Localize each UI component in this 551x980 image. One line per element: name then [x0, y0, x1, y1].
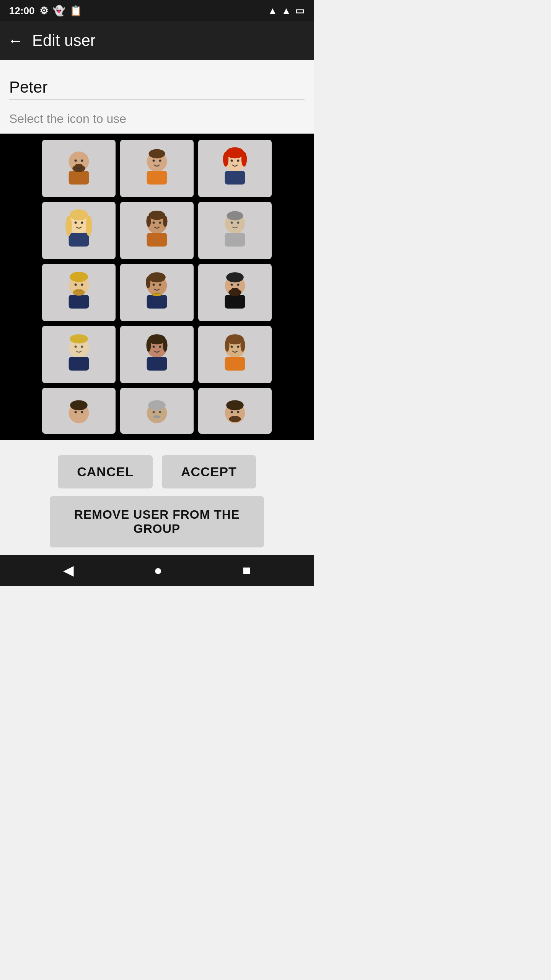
- svg-point-87: [229, 416, 241, 422]
- settings-icon: ⚙: [39, 5, 48, 17]
- svg-rect-44: [147, 295, 167, 309]
- nav-back-icon[interactable]: ◀: [63, 562, 74, 578]
- svg-rect-1: [69, 171, 89, 185]
- svg-point-61: [81, 346, 83, 348]
- svg-rect-58: [69, 357, 89, 371]
- svg-point-55: [237, 284, 239, 286]
- nav-home-icon[interactable]: ●: [154, 562, 162, 578]
- svg-point-29: [163, 216, 168, 227]
- main-content: Select the icon to use: [0, 60, 314, 440]
- nav-bar: ◀ ● ■: [0, 555, 314, 586]
- svg-point-75: [237, 346, 239, 348]
- avatar-12[interactable]: [198, 326, 272, 383]
- svg-point-89: [237, 411, 239, 413]
- svg-point-67: [153, 346, 155, 348]
- svg-point-45: [148, 272, 166, 282]
- avatar-6[interactable]: [198, 202, 272, 259]
- name-field-wrapper: [9, 75, 305, 100]
- svg-point-56: [231, 288, 238, 291]
- avatar-2[interactable]: [120, 140, 194, 197]
- svg-point-21: [65, 216, 72, 236]
- back-button[interactable]: ←: [8, 32, 23, 49]
- svg-rect-12: [225, 171, 245, 185]
- avatar-4[interactable]: [42, 202, 116, 259]
- cancel-button[interactable]: CANCEL: [58, 455, 153, 488]
- svg-rect-70: [225, 357, 245, 371]
- svg-point-77: [70, 400, 88, 410]
- svg-rect-26: [147, 233, 167, 247]
- svg-point-30: [153, 222, 155, 224]
- svg-point-78: [75, 411, 77, 413]
- svg-point-88: [231, 411, 233, 413]
- avatar-3[interactable]: [198, 140, 272, 197]
- svg-point-60: [75, 346, 77, 348]
- svg-point-73: [240, 339, 245, 352]
- svg-point-52: [226, 272, 244, 282]
- wifi-icon: ▲: [268, 5, 278, 17]
- battery-icon: ▭: [295, 5, 305, 17]
- svg-point-9: [153, 160, 155, 162]
- avatar-10[interactable]: [42, 326, 116, 383]
- svg-point-82: [153, 411, 155, 413]
- svg-point-34: [227, 211, 243, 220]
- svg-point-64: [148, 334, 166, 344]
- remove-user-button[interactable]: REMOVE USER FROM THE GROUP: [50, 496, 264, 547]
- svg-point-22: [86, 216, 92, 236]
- avatar-8[interactable]: [120, 264, 194, 321]
- svg-point-10: [159, 160, 161, 162]
- btn-row: CANCEL ACCEPT: [58, 455, 256, 488]
- svg-point-54: [231, 284, 233, 286]
- svg-point-59: [70, 334, 88, 343]
- avatar-5[interactable]: [120, 202, 194, 259]
- svg-point-4: [81, 160, 83, 162]
- svg-point-49: [159, 284, 161, 286]
- svg-point-65: [146, 339, 151, 352]
- svg-point-74: [231, 346, 233, 348]
- svg-point-5: [75, 164, 82, 167]
- avatar-7[interactable]: [42, 264, 116, 321]
- accept-button[interactable]: ACCEPT: [162, 455, 256, 488]
- svg-rect-63: [147, 357, 167, 371]
- svg-point-84: [153, 415, 160, 418]
- svg-point-72: [225, 339, 230, 352]
- svg-point-3: [75, 160, 77, 162]
- svg-rect-33: [225, 233, 245, 247]
- svg-rect-51: [225, 295, 245, 309]
- icon-select-label: Select the icon to use: [9, 112, 305, 126]
- svg-point-16: [231, 160, 233, 162]
- name-input[interactable]: [9, 75, 305, 100]
- svg-point-39: [70, 272, 88, 282]
- page-title: Edit user: [32, 31, 96, 50]
- svg-point-23: [75, 222, 77, 224]
- avatar-1[interactable]: [42, 140, 116, 197]
- svg-point-13: [226, 147, 244, 158]
- svg-rect-7: [147, 171, 167, 185]
- svg-point-35: [231, 222, 233, 224]
- svg-point-8: [148, 149, 165, 158]
- status-bar: 12:00 ⚙ 👻 📋 ▲ ▲ ▭: [0, 0, 314, 21]
- avatar-13[interactable]: [42, 388, 116, 434]
- svg-point-40: [73, 289, 85, 296]
- nav-recent-icon[interactable]: ■: [243, 562, 251, 578]
- time-display: 12:00: [9, 5, 35, 17]
- avatar-grid-container: [0, 134, 314, 440]
- svg-point-14: [223, 152, 228, 167]
- clipboard-icon: 📋: [70, 5, 82, 17]
- svg-point-81: [148, 400, 166, 410]
- svg-point-83: [159, 411, 161, 413]
- avatar-15[interactable]: [198, 388, 272, 434]
- avatar-11[interactable]: [120, 326, 194, 383]
- svg-point-17: [237, 160, 239, 162]
- svg-point-68: [159, 346, 161, 348]
- svg-point-28: [146, 216, 151, 227]
- svg-point-36: [237, 222, 239, 224]
- svg-point-20: [70, 209, 88, 220]
- svg-point-86: [226, 400, 244, 410]
- svg-point-66: [163, 339, 168, 352]
- app-bar: ← Edit user: [0, 21, 314, 60]
- svg-point-79: [81, 411, 83, 413]
- svg-rect-38: [69, 295, 89, 309]
- avatar-14[interactable]: [120, 388, 194, 434]
- avatar-9[interactable]: [198, 264, 272, 321]
- status-time-area: 12:00 ⚙ 👻 📋: [9, 5, 82, 17]
